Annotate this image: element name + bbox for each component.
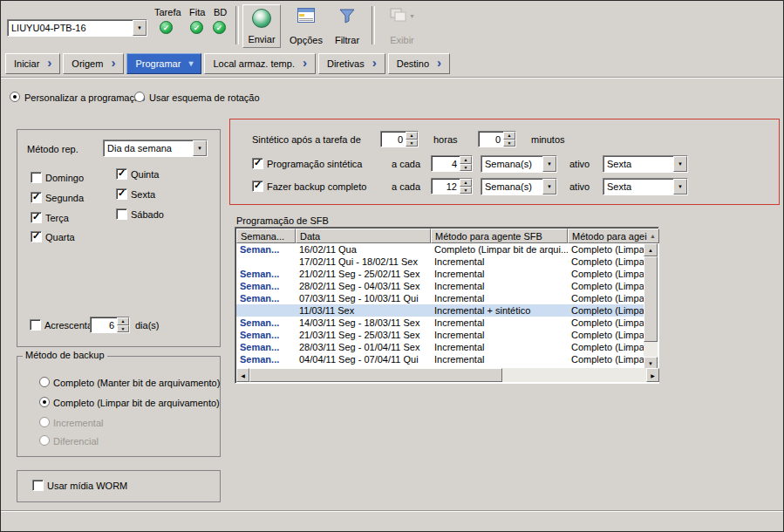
cell-week: Seman... — [236, 353, 296, 365]
metodo-backup-label: Método de backup — [23, 350, 107, 360]
job-selector-dropdown-icon[interactable]: ▼ — [133, 20, 147, 36]
table-row[interactable]: Seman... 28/02/11 Seg - 04/03/11 Sex Inc… — [236, 280, 645, 292]
sintetica-interval-spinner[interactable]: 4 ▲ ▼ — [431, 155, 473, 172]
checkbox-quarta[interactable] — [31, 231, 42, 242]
completo-day-value: Sexta — [603, 179, 673, 194]
spin-down-icon[interactable]: ▼ — [117, 325, 129, 333]
dropdown-arrow-icon[interactable]: ▼ — [673, 156, 687, 172]
sintetica-day-dropdown[interactable]: Sexta ▼ — [603, 155, 688, 173]
radio-incremental-label: Incremental — [53, 418, 103, 429]
tab-origem-label: Origem — [72, 58, 103, 69]
scroll-up-icon[interactable]: ▲ — [644, 243, 658, 256]
spin-up-icon[interactable]: ▲ — [460, 156, 472, 164]
spin-up-icon[interactable]: ▲ — [503, 132, 515, 140]
spin-down-icon[interactable]: ▼ — [460, 187, 472, 194]
a-cada-label: a cada — [392, 181, 420, 193]
application-window: LIUYU04-PTB-16 ▼ Tarefa Fita BD ✓ ✓ ✓ En… — [0, 0, 784, 532]
a-cada-label: a cada — [392, 159, 420, 170]
completo-unit-dropdown[interactable]: Semana(s) ▼ — [481, 178, 557, 195]
scroll-right-icon[interactable]: ▶ — [646, 368, 659, 382]
sintetica-unit-dropdown[interactable]: Semana(s) ▼ — [481, 155, 557, 173]
column-header-data[interactable]: Data — [296, 228, 431, 243]
sfb-table-header: Semana... Data Método para agente SFB Mé… — [236, 228, 659, 243]
tab-local-armaz-temp[interactable]: Local armaz. temp. › — [204, 53, 316, 74]
checkbox-segunda-label: Segunda — [45, 193, 84, 204]
scroll-left-icon[interactable]: ◀ — [236, 368, 249, 382]
filter-icon — [339, 8, 355, 25]
checkbox-fazer-backup-completo[interactable] — [252, 181, 263, 192]
filtrar-button[interactable]: Filtrar — [329, 4, 365, 48]
spin-down-icon[interactable]: ▼ — [406, 140, 418, 147]
checkbox-terca[interactable] — [31, 212, 42, 223]
vertical-scroll-thumb[interactable] — [644, 256, 658, 342]
checkbox-sabado[interactable] — [116, 208, 127, 220]
radio-completo-manter[interactable] — [39, 377, 50, 387]
toolbar-separator — [372, 6, 375, 44]
table-row[interactable]: Seman... 04/04/11 Seg - 07/04/11 Qui Inc… — [236, 353, 645, 365]
radio-esquema-rotacao[interactable] — [134, 92, 145, 102]
dropdown-arrow-icon[interactable]: ▼ — [542, 156, 556, 172]
table-row[interactable]: Seman... 21/03/11 Seg - 25/03/11 Sex Inc… — [236, 329, 645, 341]
job-selector[interactable]: LIUYU04-PTB-16 ▼ — [7, 19, 147, 37]
vertical-scrollbar[interactable]: ▲ ▼ — [644, 243, 658, 370]
checkbox-programacao-sintetica[interactable] — [252, 158, 263, 169]
table-row[interactable]: Seman... 21/02/11 Seg - 25/02/11 Sex Inc… — [236, 268, 645, 280]
checkbox-segunda[interactable] — [31, 192, 42, 203]
spin-up-icon[interactable]: ▲ — [406, 132, 418, 140]
spin-down-icon[interactable]: ▼ — [460, 164, 472, 172]
minutes-value: 0 — [479, 132, 503, 147]
dropdown-arrow-icon[interactable]: ▼ — [193, 140, 207, 156]
table-row[interactable]: Seman... 07/03/11 Seg - 10/03/11 Qui Inc… — [236, 292, 645, 304]
cell-agent2-method: Completo (Limpar — [568, 292, 645, 304]
radio-completo-limpar[interactable] — [39, 397, 50, 407]
checkbox-acrescentar[interactable] — [30, 319, 41, 331]
table-row[interactable]: Seman... 14/03/11 Seg - 18/03/11 Sex Inc… — [236, 317, 645, 329]
table-row[interactable]: 17/02/11 Qui - 18/02/11 Sex Incremental … — [236, 256, 645, 268]
spin-down-icon[interactable]: ▼ — [503, 140, 515, 147]
radio-personalizar-programacao[interactable] — [10, 92, 20, 102]
cell-agent2-method: Completo (Limpar — [568, 353, 645, 365]
dropdown-arrow-icon[interactable]: ▼ — [542, 179, 556, 194]
tab-destino[interactable]: Destino › — [388, 53, 450, 74]
checkbox-quinta[interactable] — [116, 168, 127, 180]
tab-programar[interactable]: Programar ▾ — [126, 53, 201, 74]
chevron-right-icon: › — [111, 58, 115, 67]
opcoes-button-label: Opções — [290, 35, 323, 45]
checkbox-sexta[interactable] — [116, 188, 127, 200]
column-header-metodo-sfb[interactable]: Método para agente SFB — [431, 228, 568, 243]
cell-agent2-method: Completo (Limpar — [568, 280, 645, 292]
horizontal-scroll-thumb[interactable] — [249, 368, 502, 382]
checkbox-sexta-label: Sexta — [131, 189, 155, 201]
spin-up-icon[interactable]: ▲ — [117, 317, 129, 325]
table-row[interactable]: Seman... 28/03/11 Seg - 01/04/11 Sex Inc… — [236, 341, 645, 353]
tab-iniciar-label: Iniciar — [14, 58, 39, 69]
tab-origem[interactable]: Origem › — [63, 53, 124, 74]
table-row-selected[interactable]: 11/03/11 Sex Incremental + sintético Com… — [236, 304, 645, 317]
checkbox-domingo[interactable] — [31, 172, 42, 183]
tab-diretivas[interactable]: Diretivas › — [318, 53, 385, 74]
checkbox-domingo-label: Domingo — [45, 173, 84, 184]
cell-week — [236, 256, 296, 268]
column-header-metodo-agente[interactable]: Método para agei ▲ — [568, 228, 659, 243]
spin-up-icon[interactable]: ▲ — [460, 179, 472, 187]
column-header-semana[interactable]: Semana... — [236, 228, 296, 243]
cell-agent2-method: Completo (Limpar — [568, 268, 645, 280]
horizontal-scrollbar[interactable]: ◀ ▶ — [236, 368, 659, 382]
acrescentar-spinner[interactable]: 6 ▲ ▼ — [90, 317, 130, 333]
completo-day-dropdown[interactable]: Sexta ▼ — [603, 178, 688, 195]
opcoes-button[interactable]: Opções — [286, 4, 326, 48]
hours-spinner[interactable]: 0 ▲ ▼ — [380, 131, 419, 147]
metodo-rep-dropdown[interactable]: Dia da semana ▼ — [103, 140, 208, 157]
dropdown-arrow-icon[interactable]: ▼ — [673, 179, 687, 194]
tab-iniciar[interactable]: Iniciar › — [5, 53, 60, 74]
chevron-right-icon: › — [303, 58, 307, 67]
enviar-button[interactable]: Enviar — [242, 4, 281, 48]
completo-interval-spinner[interactable]: 12 ▲ ▼ — [431, 178, 473, 194]
table-row[interactable]: Seman... 16/02/11 Qua Completo (Limpar b… — [236, 243, 645, 256]
exibir-dropdown-icon: ▾ — [410, 12, 413, 20]
checkbox-usar-midia-worm[interactable] — [32, 480, 44, 491]
minutes-spinner[interactable]: 0 ▲ ▼ — [478, 131, 516, 147]
cell-date: 21/03/11 Seg - 25/03/11 Sex — [296, 329, 431, 341]
sintetico-apos-label: Sintético após a tarefa de — [252, 134, 361, 146]
opcoes-icon — [297, 8, 315, 24]
